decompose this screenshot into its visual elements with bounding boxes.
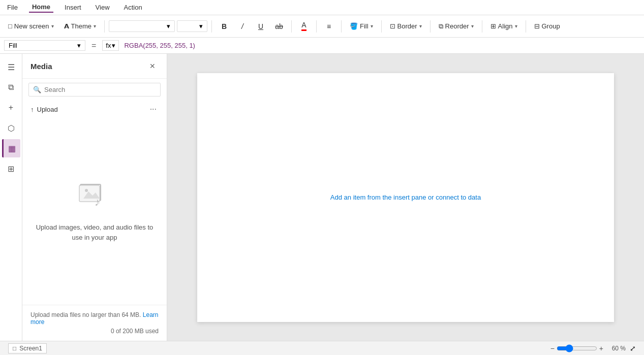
fill-selector-chevron: ▾ xyxy=(77,42,81,49)
zoom-percent: 60 % xyxy=(605,345,626,352)
fx-label: fx xyxy=(106,42,111,49)
formula-value[interactable]: RGBA(255, 255, 255, 1) xyxy=(122,41,640,50)
add-icon: + xyxy=(9,103,13,112)
upload-icon: ↑ xyxy=(30,106,34,113)
zoom-slider[interactable] xyxy=(557,344,597,352)
storage-usage: 0 of 200 MB used xyxy=(30,328,159,335)
new-screen-button[interactable]: □ New screen ▾ xyxy=(4,20,58,32)
fill-chevron-icon: ▾ xyxy=(371,23,373,29)
reorder-icon: ⧉ xyxy=(439,22,443,30)
bold-button[interactable]: B xyxy=(216,18,232,35)
components-button[interactable]: ⊞ xyxy=(2,159,20,178)
status-bar: □ Screen1 − + 60 % ⤢ xyxy=(0,341,644,355)
formula-bar: Fill ▾ = fx ▾ RGBA(255, 255, 255, 1) xyxy=(0,38,644,54)
align-chevron-icon: ▾ xyxy=(515,23,517,29)
media-panel-close-button[interactable]: ✕ xyxy=(146,60,159,72)
separator-8 xyxy=(482,20,482,33)
separator-6 xyxy=(381,20,382,33)
layers-button[interactable]: ⧉ xyxy=(2,78,20,96)
zoom-in-button[interactable]: + xyxy=(599,344,603,352)
border-icon: ⊡ xyxy=(390,22,395,30)
reorder-label: Reorder xyxy=(445,22,469,30)
separator-5 xyxy=(341,20,342,33)
screen-checkbox-icon: □ xyxy=(13,345,16,352)
italic-label: / xyxy=(241,22,243,30)
connect-data-link[interactable]: connect to data xyxy=(436,193,481,201)
separator-2 xyxy=(211,20,212,33)
menu-home[interactable]: Home xyxy=(29,2,53,13)
group-button[interactable]: ⊟ Group xyxy=(530,20,564,32)
screen-tab[interactable]: □ Screen1 xyxy=(8,343,47,353)
align-text-button[interactable]: ≡ xyxy=(321,18,337,35)
theme-chevron-icon: ▾ xyxy=(94,23,96,29)
align-button[interactable]: ⊞ Align ▾ xyxy=(486,20,522,32)
reorder-button[interactable]: ⧉ Reorder ▾ xyxy=(435,20,478,33)
strikethrough-button[interactable]: ab xyxy=(271,18,287,35)
strikethrough-label: ab xyxy=(275,22,283,30)
align-icon: ⊞ xyxy=(490,22,496,30)
components-icon: ⊞ xyxy=(8,164,14,174)
menu-view[interactable]: View xyxy=(93,3,113,12)
menu-insert[interactable]: Insert xyxy=(62,3,84,12)
align-label: Align xyxy=(498,22,513,30)
font-color-icon: A xyxy=(301,21,306,30)
media-panel-header: Media ✕ xyxy=(22,54,167,79)
size-dropdown[interactable]: ▾ xyxy=(177,20,207,32)
add-control-button[interactable]: + xyxy=(2,99,20,117)
reorder-chevron-icon: ▾ xyxy=(471,23,474,29)
separator-4 xyxy=(316,20,317,33)
new-screen-label: New screen xyxy=(14,22,49,30)
menu-file[interactable]: File xyxy=(4,3,21,12)
italic-button[interactable]: / xyxy=(234,18,251,35)
media-footer: Upload media files no larger than 64 MB.… xyxy=(22,305,167,341)
media-search-container: 🔍 xyxy=(28,83,161,96)
fx-chevron-icon: ▾ xyxy=(112,42,115,49)
border-label: Border xyxy=(397,22,417,30)
media-icon: ▦ xyxy=(8,144,16,153)
fill-selector[interactable]: Fill ▾ xyxy=(4,40,85,51)
search-input[interactable] xyxy=(44,86,156,93)
bold-label: B xyxy=(222,22,227,30)
media-empty-text: Upload images, video, and audio files to… xyxy=(35,222,155,242)
media-empty-icon: ♪ xyxy=(78,180,111,214)
new-screen-icon: □ xyxy=(8,22,12,30)
group-icon: ⊟ xyxy=(534,22,540,30)
upload-button[interactable]: ↑ Upload xyxy=(30,106,58,113)
hamburger-menu-button[interactable]: ☰ xyxy=(2,58,20,76)
fill-selector-label: Fill xyxy=(9,42,17,49)
underline-label: U xyxy=(258,22,263,30)
fullscreen-button[interactable]: ⤢ xyxy=(630,344,636,352)
separator-7 xyxy=(430,20,431,33)
fill-icon: 🪣 xyxy=(350,22,358,30)
canvas-frame[interactable]: Add an item from the insert pane or conn… xyxy=(197,73,614,322)
group-label: Group xyxy=(542,22,560,30)
zoom-out-button[interactable]: − xyxy=(550,344,555,352)
media-panel: Media ✕ 🔍 ↑ Upload ··· ♪ xyxy=(22,54,167,341)
status-bar-right: − + 60 % ⤢ xyxy=(550,344,636,352)
data-button[interactable]: ⬡ xyxy=(2,119,20,137)
align-text-icon: ≡ xyxy=(327,22,331,30)
fill-button[interactable]: 🪣 Fill ▾ xyxy=(346,20,377,32)
underline-button[interactable]: U xyxy=(253,18,269,35)
layers-icon: ⧉ xyxy=(8,83,14,92)
more-options-button[interactable]: ··· xyxy=(148,104,159,115)
search-icon: 🔍 xyxy=(33,86,41,93)
cylinder-icon: ⬡ xyxy=(8,123,15,133)
canvas-hint: Add an item from the insert pane or conn… xyxy=(330,193,481,201)
font-dropdown[interactable]: ▾ xyxy=(109,20,175,32)
media-footer-text: Upload media files no larger than 64 MB. xyxy=(30,311,141,318)
zoom-controls: − + 60 % xyxy=(550,344,626,352)
size-chevron-icon: ▾ xyxy=(199,22,203,30)
canvas-area: Add an item from the insert pane or conn… xyxy=(167,54,644,341)
border-button[interactable]: ⊡ Border ▾ xyxy=(386,20,426,32)
theme-button[interactable]: 𝗔 Theme ▾ xyxy=(60,20,100,32)
separator-9 xyxy=(526,20,526,33)
equals-sign: = xyxy=(88,41,99,50)
theme-label: Theme xyxy=(71,22,91,30)
media-button[interactable]: ▦ xyxy=(2,139,20,157)
font-color-button[interactable]: A xyxy=(296,18,312,35)
menu-action[interactable]: Action xyxy=(121,3,145,12)
fx-button[interactable]: fx ▾ xyxy=(102,40,119,51)
media-empty-state: ♪ Upload images, video, and audio files … xyxy=(22,118,167,305)
status-bar-left: □ Screen1 xyxy=(8,343,47,353)
